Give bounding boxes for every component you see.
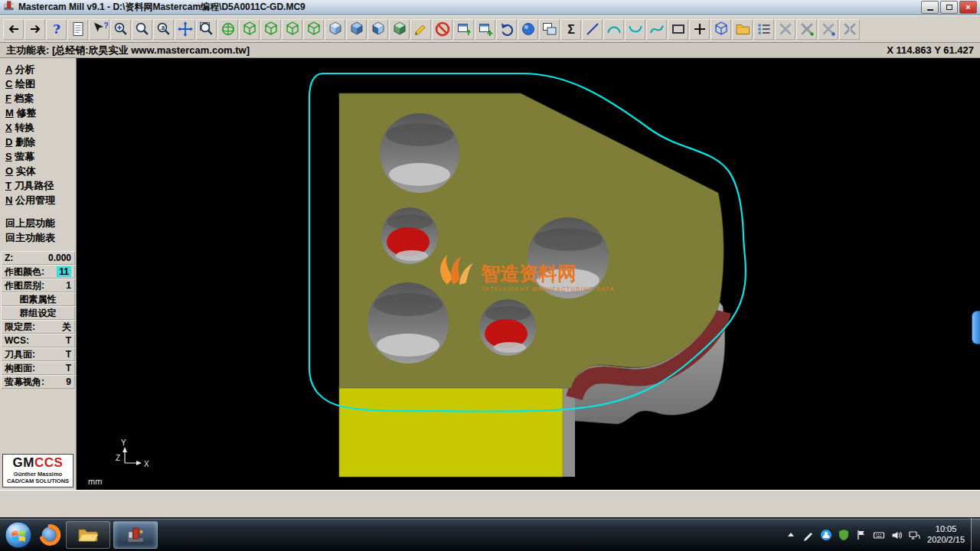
unzoom-08-button[interactable]: .8 bbox=[153, 19, 174, 40]
part-yellow-block[interactable] bbox=[339, 386, 563, 477]
start-button[interactable] bbox=[2, 518, 35, 551]
main-menu-list: A 分析C 绘图F 档案M 修整X 转换D 删除S 萤幕O 实体T 刀具路径N … bbox=[0, 62, 76, 207]
construction-plane-field[interactable]: 构图面:T bbox=[1, 361, 75, 375]
show-desktop-button[interactable] bbox=[971, 518, 980, 551]
create-rectangle-button[interactable] bbox=[668, 19, 688, 40]
menu-item-m[interactable]: M 修整 bbox=[0, 106, 76, 120]
draw-color-field[interactable]: 作图颜色:11 bbox=[1, 265, 75, 279]
menu-back-button[interactable]: 回上层功能 bbox=[0, 216, 76, 230]
mastercam-taskbar-button[interactable] bbox=[113, 521, 158, 549]
wcs-field[interactable]: WCS:T bbox=[1, 334, 75, 347]
create-line-button[interactable] bbox=[582, 19, 603, 40]
svg-text:.8: .8 bbox=[159, 24, 164, 31]
gview-iso-button[interactable] bbox=[303, 19, 324, 40]
draw-level-field[interactable]: 作图层别:1 bbox=[1, 279, 75, 292]
create-spline-button[interactable] bbox=[646, 19, 667, 40]
main-menu-sidebar: A 分析C 绘图F 档案M 修整X 转换D 删除S 萤幕O 实体T 刀具路径N … bbox=[0, 58, 77, 490]
nav-back-button[interactable] bbox=[3, 19, 24, 40]
shade-solid-button[interactable] bbox=[368, 19, 388, 40]
volume-tray-icon[interactable] bbox=[890, 529, 903, 541]
menu-item-d[interactable]: D 删除 bbox=[0, 135, 76, 149]
browser-taskbar-icon[interactable] bbox=[35, 520, 64, 550]
graphics-viewport[interactable]: 智造资料网 INTELLIGENT MANUFACTURING DATA Y Z… bbox=[77, 58, 980, 490]
gview-dynamic-button[interactable] bbox=[217, 19, 238, 40]
prompt-bar: 主功能表: [总经销:欣昊实业 www.mastercam.com.tw] X … bbox=[0, 43, 980, 58]
minimize-button[interactable] bbox=[921, 1, 939, 14]
menu-item-t[interactable]: T 刀具路径 bbox=[0, 178, 76, 193]
solids-button[interactable] bbox=[710, 19, 731, 40]
screen-to-clipboard-button[interactable] bbox=[453, 19, 474, 40]
help-button[interactable]: ? bbox=[46, 19, 67, 40]
gview-side-button[interactable] bbox=[282, 19, 302, 40]
menu-item-f[interactable]: F 档案 bbox=[0, 91, 76, 106]
watermark-subtitle: INTELLIGENT MANUFACTURING DATA bbox=[482, 285, 615, 292]
hole-large-1[interactable] bbox=[380, 113, 459, 193]
trim-divide-button[interactable] bbox=[839, 19, 860, 40]
shade-full-button[interactable] bbox=[389, 19, 410, 40]
context-help-button[interactable]: ? bbox=[89, 19, 109, 40]
menu-item-a[interactable]: A 分析 bbox=[0, 62, 76, 77]
security-shield-tray-icon[interactable] bbox=[838, 529, 850, 541]
viewport-canvas[interactable]: 智造资料网 INTELLIGENT MANUFACTURING DATA Y Z… bbox=[77, 58, 980, 490]
create-fillet-button[interactable] bbox=[625, 19, 645, 40]
group-settings-field[interactable]: 群组设定 bbox=[1, 306, 75, 320]
main-menu-button[interactable]: 回主功能表 bbox=[0, 230, 76, 245]
shading-settings-button[interactable] bbox=[518, 19, 538, 40]
create-arc-button[interactable] bbox=[603, 19, 624, 40]
hole-large-3[interactable] bbox=[368, 282, 449, 364]
pan-button[interactable] bbox=[175, 19, 195, 40]
maximize-button[interactable] bbox=[940, 1, 958, 14]
units-label: mm bbox=[88, 477, 102, 486]
undo-button[interactable] bbox=[496, 19, 517, 40]
copy-window-button[interactable] bbox=[539, 19, 560, 40]
trim-one-button[interactable] bbox=[775, 19, 795, 40]
gmccs-logo: GMCCS Günther Massimo CAD/CAM SOLUTIONS bbox=[2, 454, 74, 487]
user-account-tray-icon[interactable] bbox=[820, 529, 832, 541]
logo-line1: Günther Massimo bbox=[3, 471, 73, 478]
menu-item-c[interactable]: C 绘图 bbox=[0, 77, 76, 91]
axis-y-label: Y bbox=[121, 439, 126, 447]
surface-edit-button[interactable] bbox=[410, 19, 431, 40]
gview-top-button[interactable] bbox=[239, 19, 260, 40]
menu-item-n[interactable]: N 公用管理 bbox=[0, 193, 76, 207]
layers-list-button[interactable] bbox=[753, 19, 774, 40]
taskbar-clock[interactable]: 10:05 2020/2/15 bbox=[927, 524, 965, 546]
zoom-target-button[interactable] bbox=[132, 19, 152, 40]
nav-forward-button[interactable] bbox=[24, 19, 45, 40]
right-edge-scroll-tab[interactable] bbox=[972, 311, 980, 344]
zoom-in-button[interactable] bbox=[110, 19, 131, 40]
shade-wireframe-button[interactable] bbox=[325, 19, 345, 40]
menu-item-x[interactable]: X 转换 bbox=[0, 120, 76, 135]
analyze-report-button[interactable] bbox=[67, 19, 88, 40]
browser-icon bbox=[38, 523, 61, 546]
tool-plane-field[interactable]: 刀具面:T bbox=[1, 347, 75, 361]
pen-tray-icon[interactable] bbox=[802, 529, 815, 541]
hole-red-1[interactable] bbox=[381, 207, 438, 264]
gview-front-button[interactable] bbox=[260, 19, 281, 40]
statistics-button[interactable]: Σ bbox=[560, 19, 581, 40]
close-button[interactable]: × bbox=[959, 1, 977, 14]
screen-paste-button[interactable] bbox=[475, 19, 495, 40]
hidden-icons-tray-icon[interactable] bbox=[785, 529, 797, 541]
delete-button[interactable] bbox=[432, 19, 452, 40]
action-center-tray-icon[interactable] bbox=[855, 529, 867, 541]
part-front-side-wall[interactable] bbox=[563, 386, 575, 477]
watermark-title: 智造资料网 bbox=[480, 262, 577, 284]
shade-hidden-button[interactable] bbox=[346, 19, 367, 40]
hole-red-2[interactable] bbox=[479, 299, 536, 356]
trim-two-button[interactable] bbox=[796, 19, 817, 40]
network-tray-icon[interactable] bbox=[908, 529, 920, 541]
file-open-button[interactable] bbox=[732, 19, 753, 40]
menu-item-o[interactable]: O 实体 bbox=[0, 164, 76, 178]
input-keyboard-tray-icon[interactable] bbox=[873, 529, 885, 541]
logo-text-ccs: CCS bbox=[34, 455, 63, 470]
menu-item-s[interactable]: S 萤幕 bbox=[0, 149, 76, 164]
trim-three-button[interactable] bbox=[818, 19, 838, 40]
gview-number-field[interactable]: 萤幕视角:9 bbox=[1, 375, 75, 389]
z-depth-field[interactable]: Z:0.000 bbox=[1, 251, 75, 265]
level-limit-field[interactable]: 限定层:关 bbox=[1, 320, 75, 334]
create-point-button[interactable] bbox=[689, 19, 710, 40]
zoom-window-button[interactable] bbox=[196, 19, 217, 40]
explorer-taskbar-button[interactable] bbox=[66, 521, 110, 549]
entity-attributes-field[interactable]: 图素属性 bbox=[1, 292, 75, 306]
